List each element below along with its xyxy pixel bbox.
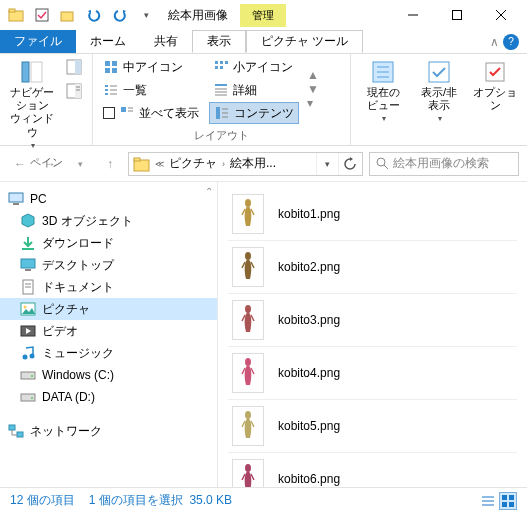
back-button[interactable]: ← (8, 152, 32, 176)
svg-point-76 (245, 464, 251, 472)
svg-point-66 (31, 375, 33, 377)
tree-network[interactable]: ネットワーク (0, 420, 217, 442)
tab-file[interactable]: ファイル (0, 30, 76, 53)
cube-icon (20, 213, 36, 229)
details-pane-button[interactable] (62, 80, 86, 102)
tab-home[interactable]: ホーム (76, 30, 140, 53)
svg-rect-38 (216, 107, 220, 119)
tree-videos[interactable]: ビデオ (0, 320, 217, 342)
svg-rect-67 (21, 394, 35, 401)
svg-rect-46 (429, 62, 449, 82)
preview-pane-button[interactable] (62, 56, 86, 78)
svg-rect-80 (502, 495, 507, 500)
svg-rect-8 (22, 62, 29, 82)
file-name: kobito3.png (278, 313, 340, 327)
minimize-button[interactable] (391, 0, 435, 30)
show-hide-button[interactable]: 表示/非 表示▾ (413, 56, 465, 127)
title-bar: ▾ 絵本用画像 管理 (0, 0, 527, 30)
manage-context-tab[interactable]: 管理 (240, 4, 286, 27)
tab-share[interactable]: 共有 (140, 30, 192, 53)
svg-rect-16 (105, 61, 110, 66)
details-button[interactable]: 詳細 (209, 79, 299, 101)
file-item[interactable]: kobito5.png (228, 400, 517, 453)
file-name: kobito5.png (278, 419, 340, 433)
close-button[interactable] (479, 0, 523, 30)
svg-point-61 (24, 306, 27, 309)
navigation-pane-button[interactable]: ナビゲーション ウィンドウ ▾ (6, 56, 58, 154)
svg-rect-22 (225, 61, 228, 64)
layout-gallery-more[interactable]: ▾ (307, 96, 319, 110)
file-thumbnail (232, 194, 264, 234)
small-icons-button[interactable]: 小アイコン (209, 56, 299, 78)
file-list[interactable]: kobito1.pngkobito2.pngkobito3.pngkobito4… (218, 182, 527, 487)
medium-icons-button[interactable]: 中アイコン (99, 56, 203, 78)
file-item[interactable]: kobito1.png (228, 188, 517, 241)
search-icon (376, 157, 389, 170)
svg-point-68 (31, 397, 33, 399)
file-thumbnail (232, 300, 264, 340)
options-button[interactable]: オプション (469, 56, 521, 116)
tree-pictures[interactable]: ピクチャ (0, 298, 217, 320)
tree-desktop[interactable]: デスクトップ (0, 254, 217, 276)
file-item[interactable]: kobito6.png (228, 453, 517, 487)
svg-rect-18 (105, 68, 110, 73)
svg-point-71 (245, 199, 251, 207)
new-folder-icon[interactable] (56, 3, 80, 27)
undo-icon[interactable] (82, 3, 106, 27)
address-dropdown[interactable]: ▾ (316, 153, 338, 175)
layout-scroll-up[interactable]: ▲ (307, 68, 319, 82)
breadcrumb-segment[interactable]: ピクチャ (166, 153, 220, 174)
svg-rect-13 (75, 84, 81, 98)
svg-rect-53 (13, 203, 19, 205)
tree-music[interactable]: ミュージック (0, 342, 217, 364)
video-icon (20, 323, 36, 339)
contents-button[interactable]: コンテンツ (209, 102, 299, 124)
properties-icon[interactable] (30, 3, 54, 27)
svg-rect-3 (61, 12, 73, 21)
tiles-button[interactable]: 並べて表示 (99, 102, 203, 124)
file-item[interactable]: kobito3.png (228, 294, 517, 347)
svg-rect-27 (105, 89, 108, 91)
ribbon-collapse[interactable]: ∧? (482, 30, 527, 53)
pictures-icon (20, 301, 36, 317)
details-view-button[interactable] (479, 492, 497, 510)
address-bar[interactable]: ≪ ピクチャ › 絵本用... ▾ (128, 152, 363, 176)
layout-scroll-down[interactable]: ▼ (307, 82, 319, 96)
maximize-button[interactable] (435, 0, 479, 30)
file-item[interactable]: kobito2.png (228, 241, 517, 294)
svg-rect-9 (31, 62, 42, 82)
search-box[interactable]: 絵本用画像の検索 (369, 152, 519, 176)
svg-point-73 (245, 305, 251, 313)
file-thumbnail (232, 406, 264, 446)
tree-3d-objects[interactable]: 3D オブジェクト (0, 210, 217, 232)
tree-documents[interactable]: ドキュメント (0, 276, 217, 298)
folder-icon[interactable] (4, 3, 28, 27)
svg-point-72 (245, 252, 251, 260)
recent-dropdown[interactable]: ▾ (68, 152, 92, 176)
tree-chevron-icon[interactable]: ⌃ (205, 186, 213, 197)
tree-d-drive[interactable]: DATA (D:) (0, 386, 217, 408)
tree-pc[interactable]: PC (0, 188, 217, 210)
forward-button[interactable]: → (38, 152, 62, 176)
svg-rect-65 (21, 372, 35, 379)
file-name: kobito2.png (278, 260, 340, 274)
redo-icon[interactable] (108, 3, 132, 27)
current-view-button[interactable]: 現在の ビュー▾ (357, 56, 409, 127)
large-icons-view-button[interactable] (499, 492, 517, 510)
breadcrumb-segment[interactable]: 絵本用... (227, 153, 279, 174)
up-button[interactable]: ↑ (98, 152, 122, 176)
svg-rect-20 (215, 61, 218, 64)
tab-picture-tools[interactable]: ピクチャ ツール (246, 30, 363, 53)
svg-rect-19 (112, 68, 117, 73)
qat-dropdown-icon[interactable]: ▾ (134, 3, 158, 27)
svg-rect-17 (112, 61, 117, 66)
tree-c-drive[interactable]: Windows (C:) (0, 364, 217, 386)
tree-downloads[interactable]: ダウンロード (0, 232, 217, 254)
file-item[interactable]: kobito4.png (228, 347, 517, 400)
refresh-button[interactable] (338, 153, 360, 175)
file-name: kobito4.png (278, 366, 340, 380)
tab-view[interactable]: 表示 (192, 30, 246, 53)
list-button[interactable]: 一覧 (99, 79, 203, 101)
group-right: 現在の ビュー▾ 表示/非 表示▾ オプション (351, 54, 527, 145)
navigation-pane[interactable]: ⌃ PC 3D オブジェクト ダウンロード デスクトップ ドキュメント ピクチャ… (0, 182, 218, 487)
